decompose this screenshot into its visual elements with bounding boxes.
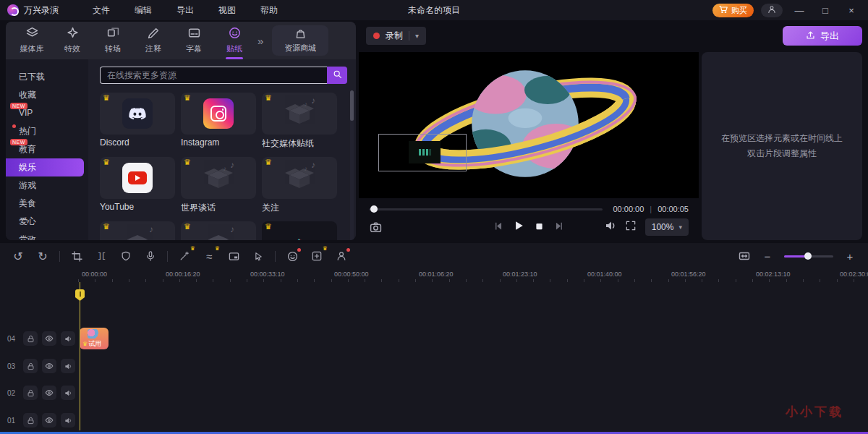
seek-handle[interactable] (370, 205, 378, 213)
search-button[interactable] (327, 67, 347, 84)
record-dot-icon (373, 33, 380, 39)
cursor-effects-button[interactable]: ♛ (178, 250, 191, 263)
record-button[interactable]: 录制 ▾ (366, 27, 426, 45)
track-visibility-button[interactable] (42, 359, 56, 373)
playhead-handle[interactable] (75, 289, 85, 301)
menu-edit[interactable]: 编辑 (122, 1, 164, 20)
category-education[interactable]: NEW 教育 (6, 140, 84, 158)
sticker-pack-box-icon: ♪ (120, 226, 155, 240)
category-entertainment[interactable]: 娱乐 (6, 158, 84, 176)
track-mute-button[interactable] (61, 386, 75, 400)
split-button[interactable]: ][ (95, 250, 108, 263)
tab-transitions[interactable]: 转场 (93, 24, 133, 57)
playhead-line[interactable] (80, 282, 80, 430)
seek-bar[interactable] (369, 208, 603, 210)
selected-element-thumbnail[interactable] (409, 141, 441, 163)
sticker-item-follow[interactable]: ♛ ♪ ♪ 关注 (262, 157, 337, 213)
play-button[interactable] (514, 221, 524, 234)
saturn-planet-graphic (402, 54, 648, 198)
track-mute-button[interactable] (61, 413, 75, 427)
track-visibility-button[interactable] (42, 413, 56, 427)
export-button[interactable]: 导出 (783, 26, 862, 46)
pip-button[interactable] (227, 250, 240, 263)
denoise-button[interactable]: ♛ ≈ (203, 250, 216, 263)
mask-shield-button[interactable] (119, 250, 132, 263)
sticker-grid-scrollbar[interactable] (350, 90, 354, 240)
preview-zoom-dropdown[interactable]: 100% ▾ (645, 218, 689, 236)
menu-file[interactable]: 文件 (80, 1, 122, 20)
zoom-slider-handle[interactable] (804, 252, 812, 260)
track-lock-button[interactable] (23, 413, 38, 427)
redo-button[interactable]: ↻ (36, 250, 49, 263)
maximize-button[interactable]: □ (816, 5, 835, 16)
face-effects-button[interactable] (286, 250, 299, 263)
sticker-item-world-talk[interactable]: ♛ ♪ ♪ 世界谈话 (181, 157, 256, 213)
annotation-pen-icon (148, 27, 160, 41)
fullscreen-button[interactable] (626, 221, 636, 234)
pointer-button[interactable] (252, 250, 265, 263)
search-input[interactable] (100, 67, 327, 84)
cart-icon (719, 5, 728, 15)
microphone-button[interactable] (144, 250, 157, 263)
category-love[interactable]: 爱心 (6, 213, 84, 231)
vip-crown-icon: ♛ (103, 221, 110, 231)
selection-box[interactable] (378, 134, 467, 171)
sticker-item-instagram[interactable]: ♛ Instagram (181, 93, 256, 148)
close-button[interactable]: × (842, 5, 861, 16)
previous-frame-button[interactable] (494, 221, 503, 234)
snapshot-camera-button[interactable] (369, 221, 382, 234)
vip-crown-icon: ♛ (215, 245, 220, 252)
timeline-zoom-in-button[interactable]: + (843, 250, 856, 263)
track-lock-button[interactable] (23, 386, 38, 400)
tab-stickers[interactable]: 贴纸 (214, 24, 255, 57)
menu-export[interactable]: 导出 (164, 1, 206, 20)
timeline-zoom-slider[interactable] (784, 255, 833, 258)
category-downloaded[interactable]: 已下载 (6, 68, 84, 86)
track-mute-button[interactable] (61, 331, 75, 346)
crop-button[interactable] (70, 250, 83, 263)
sticker-item-youtube[interactable]: ♛ YouTube (100, 157, 175, 213)
menu-view[interactable]: 视图 (206, 1, 248, 20)
category-games[interactable]: 游戏 (6, 176, 84, 195)
sticker-item-tiktok[interactable]: ♛ ♪ (262, 221, 337, 240)
tab-effects[interactable]: 特效 (52, 24, 93, 57)
sticker-item-social-pack[interactable]: ♛ ♪ ♪ 社交媒体贴纸 (262, 93, 337, 148)
category-food[interactable]: 美食 (6, 195, 84, 213)
track-lock-button[interactable] (23, 331, 38, 346)
track-mute-button[interactable] (61, 359, 75, 373)
buy-button[interactable]: 购买 (712, 4, 754, 17)
sticker-item[interactable]: ♛ ♪ (100, 221, 175, 240)
preview-canvas[interactable] (359, 52, 699, 198)
track-lock-button[interactable] (23, 359, 38, 373)
captions-icon (188, 27, 200, 41)
timeline-clip-sticker[interactable]: ♛试用 (80, 328, 109, 349)
undo-button[interactable]: ↺ (12, 250, 25, 263)
tab-media-library[interactable]: 媒体库 (12, 24, 52, 57)
tab-resource-store[interactable]: 资源商城 (272, 25, 328, 56)
minimize-button[interactable]: — (790, 5, 809, 16)
volume-button[interactable] (605, 220, 616, 234)
timeline-ruler[interactable]: 00:00:00 00:00:16:20 00:00:33:10 00:00:5… (78, 269, 868, 282)
magic-tools-button[interactable]: ♛ (310, 250, 323, 263)
user-account-button[interactable] (761, 4, 783, 17)
timeline-zoom-out-button[interactable]: − (761, 250, 774, 263)
sticker-item[interactable]: ♛ ♪ (181, 221, 256, 240)
category-vip[interactable]: NEW VIP (6, 104, 84, 122)
category-hot[interactable]: 热门 (6, 122, 84, 140)
next-frame-button[interactable] (555, 221, 564, 234)
track-visibility-button[interactable] (42, 386, 56, 400)
category-politics[interactable]: 党政 (6, 231, 84, 240)
track-visibility-button[interactable] (42, 331, 56, 346)
clip-thumbnail (88, 329, 98, 339)
virtual-avatar-button[interactable] (335, 250, 348, 263)
category-favorites[interactable]: 收藏 (6, 86, 84, 104)
more-tabs-chevron-icon[interactable]: » (258, 35, 263, 47)
track-header-02: 02 (7, 383, 75, 403)
tab-annotations[interactable]: 注释 (133, 24, 174, 57)
menu-help[interactable]: 帮助 (248, 1, 290, 20)
stop-button[interactable] (535, 221, 544, 234)
fit-timeline-button[interactable] (738, 250, 751, 263)
tab-captions[interactable]: 字幕 (174, 24, 214, 57)
sticker-item-discord[interactable]: ♛ Discord (100, 93, 175, 148)
record-chevron-icon[interactable]: ▾ (415, 32, 419, 40)
